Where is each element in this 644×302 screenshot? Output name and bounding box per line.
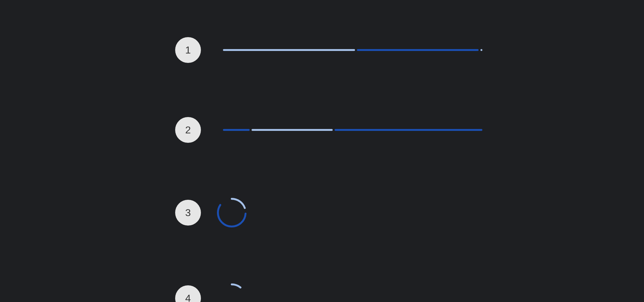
linear-progress-indeterminate [223, 129, 482, 131]
progress-segment-2 [252, 129, 333, 131]
linear-progress-determinate [223, 49, 482, 51]
progress-indicators-list: 1 2 3 [175, 37, 482, 302]
progress-row-1: 1 [175, 37, 482, 63]
progress-row-2: 2 [175, 117, 482, 143]
progress-stop-indicator [480, 49, 482, 51]
number-badge: 3 [175, 200, 201, 226]
circular-spinner-arc [218, 284, 246, 302]
progress-track-filled [223, 49, 355, 51]
number-label: 4 [185, 293, 191, 302]
progress-row-3: 3 [175, 197, 482, 228]
progress-segment-1 [223, 129, 250, 131]
circular-progress-determinate [216, 197, 247, 228]
progress-track-remaining [357, 49, 479, 51]
progress-row-4: 4 [175, 282, 482, 302]
number-badge: 1 [175, 37, 201, 63]
progress-segment-3 [335, 129, 482, 131]
number-label: 2 [185, 124, 191, 136]
circular-progress-indeterminate [216, 282, 247, 302]
number-label: 1 [185, 44, 191, 56]
number-label: 3 [185, 207, 191, 219]
number-badge: 4 [175, 285, 201, 302]
number-badge: 2 [175, 117, 201, 143]
